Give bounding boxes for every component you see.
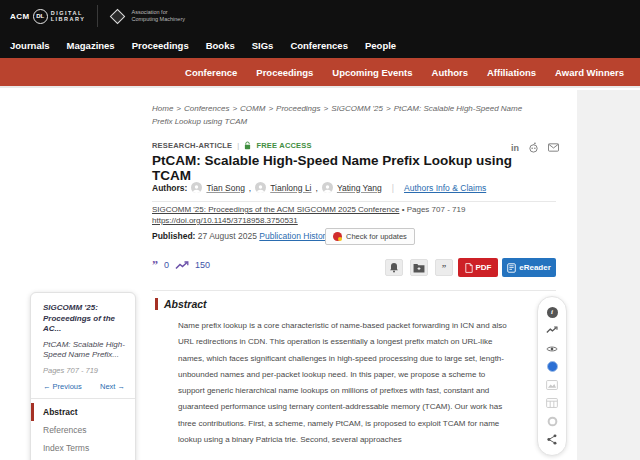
type-divider: |: [237, 141, 239, 150]
crumb-conferences[interactable]: Conferences: [184, 104, 229, 113]
page-title: PtCAM: Scalable High-Speed Name Prefix L…: [152, 153, 552, 183]
image-icon: [546, 380, 558, 390]
site-header: ACM DL DIGITAL LIBRARY Association for C…: [0, 0, 640, 58]
doi-link[interactable]: https://doi.org/10.1145/3718958.3750531: [152, 216, 298, 225]
crumb-sep: >: [176, 104, 181, 113]
published-row: Published: 27 August 2025 Publication Hi…: [152, 231, 330, 241]
altmetric-badge-icon: [547, 361, 558, 372]
published-date: 27 August 2025: [198, 231, 257, 241]
acm-dl-logo[interactable]: ACM: [10, 12, 30, 21]
info-button[interactable]: i: [546, 306, 558, 318]
eye-icon: [546, 345, 558, 353]
figures-button[interactable]: [546, 379, 558, 391]
share-icons-row: in: [511, 142, 559, 153]
toc-venue-link[interactable]: SIGCOMM '25: Proceedings of the AC...: [31, 303, 135, 335]
pdf-button[interactable]: PDF: [458, 258, 498, 277]
nav-magazines[interactable]: Magazines: [67, 40, 115, 51]
nav-books[interactable]: Books: [206, 40, 235, 51]
media-button[interactable]: [546, 416, 558, 428]
confnav-conference[interactable]: Conference: [185, 67, 237, 78]
confnav-authors[interactable]: Authors: [432, 67, 468, 78]
authors-info-claims-link[interactable]: Authors Info & Claims: [404, 183, 486, 193]
abstract-text: Name prefix lookup is a core characteris…: [178, 318, 510, 448]
authors-label: Authors:: [152, 183, 187, 193]
venue-link[interactable]: SIGCOMM '25: Proceedings of the ACM SIGC…: [152, 205, 399, 214]
nav-people[interactable]: People: [365, 40, 396, 51]
metrics-row: ” 0 150: [152, 260, 210, 270]
brand-row: ACM DL DIGITAL LIBRARY Association for C…: [0, 0, 640, 32]
dl-gear-icon[interactable]: DL: [33, 9, 48, 24]
alerts-button[interactable]: [385, 259, 403, 276]
crumb-comm[interactable]: COMM: [240, 104, 265, 113]
abstract-title: Abstract: [164, 298, 207, 310]
abstract-accent-bar: [155, 298, 158, 310]
acm-association-wordmark: Association for Computing Machinery: [131, 9, 185, 23]
view-button[interactable]: [546, 343, 558, 355]
author-avatar[interactable]: [191, 182, 202, 193]
assoc-line2: Computing Machinery: [131, 16, 185, 22]
tables-button[interactable]: [546, 397, 558, 409]
author-avatar[interactable]: [322, 182, 333, 193]
cite-button[interactable]: ”: [435, 259, 453, 276]
dl-wordmark: DIGITAL LIBRARY: [51, 10, 86, 23]
divider-line: [152, 201, 556, 202]
author-sep: ,: [249, 183, 251, 193]
author-sep: ,: [316, 183, 318, 193]
next-label: Next: [100, 382, 115, 391]
author-link-1[interactable]: Tian Song: [206, 183, 244, 193]
breadcrumb: Home>Conferences>COMM>Proceedings>SIGCOM…: [152, 102, 544, 128]
altmetric-button[interactable]: [546, 361, 558, 373]
toc-item-recommendations[interactable]: Recommendations: [31, 457, 135, 460]
toc-item-index-terms[interactable]: Index Terms: [31, 439, 135, 457]
author-avatar[interactable]: [255, 182, 266, 193]
email-icon[interactable]: [548, 143, 559, 152]
pdf-label: PDF: [476, 263, 492, 272]
nav-journals[interactable]: Journals: [10, 40, 50, 51]
check-for-updates-button[interactable]: Check for updates: [325, 228, 415, 245]
dl-word-digital: DIGITAL: [51, 10, 83, 16]
assoc-line1: Association for: [131, 9, 167, 15]
article-tools-toolbar: i: [537, 296, 567, 456]
toc-item-abstract[interactable]: Abstract: [31, 403, 135, 421]
confnav-upcoming-events[interactable]: Upcoming Events: [332, 67, 412, 78]
author-link-3[interactable]: Yating Yang: [337, 183, 382, 193]
ereader-label: eReader: [519, 263, 551, 272]
metrics-button[interactable]: [546, 324, 558, 336]
linkedin-icon[interactable]: in: [511, 143, 519, 153]
crumb-proceedings[interactable]: Proceedings: [276, 104, 320, 113]
share-button[interactable]: [546, 434, 558, 446]
share-icon: [547, 434, 557, 445]
confnav-proceedings[interactable]: Proceedings: [256, 67, 313, 78]
crumb-sigcomm25[interactable]: SIGCOMM '25: [331, 104, 383, 113]
publication-history-link[interactable]: Publication History: [259, 231, 329, 241]
toc-item-references[interactable]: References: [31, 421, 135, 439]
free-access-badge: FREE ACCESS: [256, 141, 311, 150]
right-rail-panel: [577, 90, 640, 460]
confnav-award-winners[interactable]: Award Winners: [555, 67, 624, 78]
save-to-binder-button[interactable]: [410, 259, 428, 276]
toc-article-title: PtCAM: Scalable High-Speed Name Prefix..…: [31, 335, 135, 361]
previous-article-link[interactable]: ← Previous: [43, 382, 82, 391]
authors-row: Authors: Tian Song, Tianlong Li, Yating …: [152, 182, 486, 193]
ereader-button[interactable]: eReader: [502, 258, 556, 277]
pdf-file-icon: [465, 263, 473, 273]
nav-sigs[interactable]: SIGs: [252, 40, 274, 51]
confnav-affiliations[interactable]: Affiliations: [487, 67, 536, 78]
published-label: Published:: [152, 231, 195, 241]
article-type-row: RESEARCH-ARTICLE | FREE ACCESS: [152, 141, 312, 150]
author-link-2[interactable]: Tianlong Li: [270, 183, 311, 193]
nav-conferences[interactable]: Conferences: [290, 40, 348, 51]
article-type-label: RESEARCH-ARTICLE: [152, 141, 232, 150]
doi-line: https://doi.org/10.1145/3718958.3750531: [152, 216, 298, 225]
previous-label: Previous: [53, 382, 82, 391]
acm-diamond-logo[interactable]: [110, 8, 126, 24]
nav-proceedings[interactable]: Proceedings: [132, 40, 189, 51]
reddit-icon[interactable]: [528, 142, 539, 153]
crumb-sep: >: [386, 104, 391, 113]
toc-list: Abstract References Index Terms Recommen…: [31, 398, 135, 460]
dl-word-library: LIBRARY: [51, 16, 86, 22]
toc-pages: Pages 707 - 719: [31, 361, 135, 375]
crumb-home[interactable]: Home: [152, 104, 173, 113]
table-icon: [546, 398, 558, 408]
next-article-link[interactable]: Next →: [100, 382, 125, 391]
